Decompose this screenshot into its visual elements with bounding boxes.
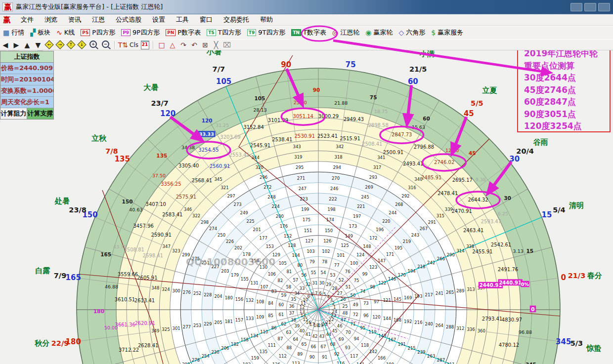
- wheel-number: 119: [368, 329, 376, 334]
- tool-button-pan-down[interactable]: ↓: [76, 40, 87, 49]
- toolbar-button-quotes[interactable]: ▦行情: [0, 28, 27, 38]
- wheel-number: 198: [328, 207, 336, 212]
- wheel-number: 46: [337, 324, 343, 328]
- wheel-number: 88: [286, 345, 292, 350]
- inner-spiral-price: 2613.41: [134, 298, 155, 303]
- toolbar-button-t-square[interactable]: TST四方形: [204, 28, 244, 38]
- wheel-number: 109: [256, 315, 264, 320]
- wheel-number: 172: [369, 236, 377, 241]
- inner-spiral-price: 2620.91: [134, 321, 155, 326]
- tool-button-pan-left[interactable]: ←: [44, 40, 54, 49]
- inner-spiral-price: 2538.41: [272, 137, 292, 142]
- wheel-number: 218: [417, 264, 425, 269]
- menu-bar: 赢 文件 浏览 资讯 江恩 公式选股 设置 工具 窗口 交易委托 帮助: [0, 14, 613, 26]
- wheel-number: 179: [231, 273, 239, 278]
- wheel-number: 54: [320, 270, 326, 275]
- minimize-icon[interactable]: [570, 3, 582, 11]
- calc-resistance-button[interactable]: 计算阻力: [0, 108, 27, 119]
- rim-date-label: 23/8: [69, 206, 87, 214]
- tool-button-crosshair[interactable]: ╳: [211, 40, 221, 49]
- wheel-number: 216: [414, 320, 422, 325]
- 9t-square-icon: T9: [247, 29, 256, 36]
- wheel-number: 194: [408, 269, 416, 274]
- menu-item-formula[interactable]: 公式选股: [110, 14, 147, 25]
- toolbar-button-9t-square[interactable]: T99T四方形: [244, 28, 289, 38]
- toolbar-button-9p-square[interactable]: P99P四方形: [118, 28, 163, 38]
- wheel-number: 270: [332, 176, 340, 181]
- wheel-number: 311: [447, 362, 455, 364]
- calc-support-button[interactable]: 计算支撑: [27, 108, 53, 119]
- tool-button-step-down[interactable]: ▼: [33, 40, 44, 49]
- wheel-number: 91: [322, 355, 327, 360]
- tool-button-clear-marks[interactable]: ⌧: [221, 40, 232, 49]
- toolbar-button-t-table[interactable]: TNT数字表: [288, 28, 329, 38]
- toolbar-button-kline[interactable]: ∿K线: [53, 28, 78, 38]
- tool-button-rotate-ccw[interactable]: ↶: [189, 40, 200, 49]
- tool-button-scroll-left[interactable]: ◀: [0, 40, 11, 49]
- close-icon[interactable]: [598, 3, 610, 11]
- wheel-number: 273: [233, 202, 241, 207]
- tool-button-calendar[interactable]: 21: [139, 40, 150, 49]
- menu-item-help[interactable]: 帮助: [255, 14, 278, 25]
- maximize-icon[interactable]: [584, 3, 596, 11]
- zoom-in-icon: +: [89, 40, 97, 48]
- pan-down-icon: ↓: [77, 40, 86, 49]
- tool-button-pan-up[interactable]: ↑: [65, 40, 76, 49]
- annotation-line: 90度3051点: [524, 108, 610, 121]
- toolbar-button-p-square[interactable]: PSP四方形: [78, 28, 118, 38]
- toolbar-button-winner-wheel[interactable]: ◉赢家轮: [362, 28, 395, 38]
- menu-item-file[interactable]: 文件: [15, 14, 39, 25]
- wheel-number: 59: [281, 293, 287, 298]
- wheel-number: 287: [437, 358, 445, 363]
- tool-button-time-axis[interactable]: T⇅: [118, 40, 129, 49]
- wheel-number: 202: [234, 245, 242, 250]
- tool-button-scroll-right[interactable]: ▶: [11, 40, 22, 49]
- window-controls[interactable]: [570, 3, 610, 11]
- inner-spiral-price: 2583.41: [162, 212, 182, 217]
- tool-button-pan-right[interactable]: →: [54, 40, 65, 49]
- inner-spiral-price: 2568.41: [192, 178, 212, 183]
- tool-button-zoom-out[interactable]: −: [99, 40, 112, 49]
- inner-spiral-price: 2793.41: [482, 316, 502, 322]
- wheel-number: 239: [417, 350, 425, 355]
- wheel-number: 313: [467, 287, 475, 292]
- sectors-icon: ▞: [30, 29, 36, 37]
- tool-button-fit-window[interactable]: ⊠: [200, 40, 211, 49]
- toolbar-button-p-table[interactable]: PNP数字表: [163, 28, 204, 38]
- wheel-number: 230: [211, 350, 219, 355]
- wheel-number: 192: [404, 319, 412, 324]
- tool-button-draw-square[interactable]: □: [156, 40, 167, 49]
- wheel-number: 264: [436, 323, 443, 328]
- menu-item-gann[interactable]: 江恩: [87, 14, 110, 25]
- menu-item-settings[interactable]: 设置: [147, 14, 171, 25]
- wheel-number: 100: [350, 261, 358, 266]
- wheel-number: 75: [354, 278, 359, 283]
- toolbar-button-winner-service[interactable]: $赢家服务: [428, 28, 466, 38]
- toolbar-button-sectors[interactable]: ▞板块: [27, 28, 53, 38]
- menu-item-news[interactable]: 资讯: [63, 14, 87, 25]
- toolbar-button-hexagon[interactable]: ◇六角形: [395, 28, 428, 38]
- tool-button-zoom-in[interactable]: +: [87, 40, 99, 49]
- wheel-number: 193: [414, 294, 422, 299]
- wheel-number: 120: [372, 315, 380, 320]
- menu-item-window[interactable]: 窗口: [194, 14, 218, 25]
- pan-up-icon: ↑: [66, 40, 75, 49]
- toolbar-button-gann-wheel[interactable]: ◎江恩轮: [329, 28, 362, 38]
- conversion-factor-value: 变换系数=1.00000: [0, 85, 53, 97]
- tool-button-step-up[interactable]: ▲: [22, 40, 33, 49]
- tool-button-cls-button[interactable]: Cls: [129, 40, 139, 49]
- wheel-number: 108: [256, 299, 264, 304]
- wheel-number: 278: [192, 358, 200, 363]
- wheel-number: 42: [312, 334, 317, 339]
- instrument-name: 上证指数: [0, 51, 53, 63]
- wheel-number: 122: [378, 281, 386, 285]
- percent-label: 9.38: [476, 177, 486, 182]
- wheel-number: 322: [192, 213, 200, 218]
- menu-item-trading[interactable]: 交易委托: [218, 14, 255, 25]
- menu-item-tools[interactable]: 工具: [171, 14, 194, 25]
- tool-button-rotate-cw[interactable]: ↷: [178, 40, 189, 49]
- menu-item-browse[interactable]: 浏览: [39, 14, 63, 25]
- tool-button-draw-triangle[interactable]: △: [167, 40, 178, 49]
- wheel-number: 113: [292, 361, 300, 364]
- wheel-number: 314: [456, 248, 464, 253]
